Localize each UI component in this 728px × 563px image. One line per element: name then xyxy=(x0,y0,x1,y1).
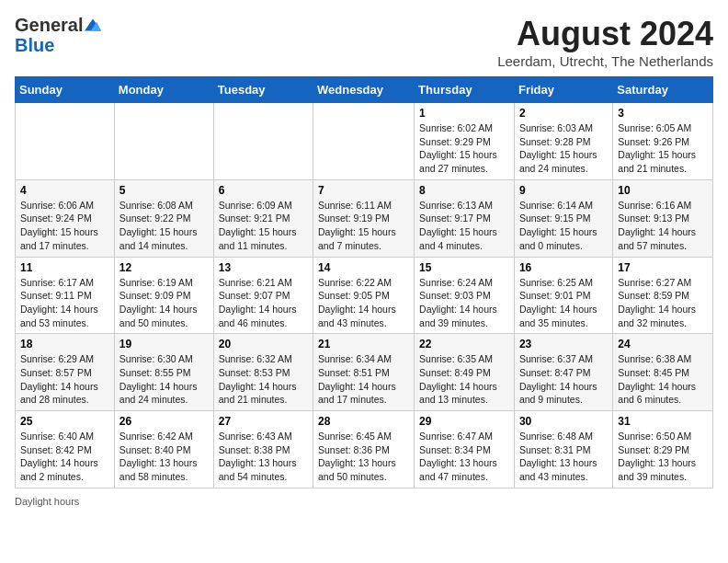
day-info: Sunrise: 6:19 AM Sunset: 9:09 PM Dayligh… xyxy=(119,276,209,330)
day-info: Sunrise: 6:05 AM Sunset: 9:26 PM Dayligh… xyxy=(618,121,708,176)
calendar-cell: 9Sunrise: 6:14 AM Sunset: 9:15 PM Daylig… xyxy=(514,179,612,257)
calendar-cell: 11Sunrise: 6:17 AM Sunset: 9:11 PM Dayli… xyxy=(16,257,115,334)
calendar-week-row: 4Sunrise: 6:06 AM Sunset: 9:24 PM Daylig… xyxy=(16,179,713,257)
day-info: Sunrise: 6:42 AM Sunset: 8:40 PM Dayligh… xyxy=(119,430,209,484)
calendar-cell: 20Sunrise: 6:32 AM Sunset: 8:53 PM Dayli… xyxy=(213,334,313,411)
day-info: Sunrise: 6:27 AM Sunset: 8:59 PM Dayligh… xyxy=(618,276,708,330)
day-number: 17 xyxy=(618,261,708,274)
day-info: Sunrise: 6:21 AM Sunset: 9:07 PM Dayligh… xyxy=(219,276,308,330)
day-info: Sunrise: 6:40 AM Sunset: 8:42 PM Dayligh… xyxy=(20,430,109,484)
day-number: 11 xyxy=(20,261,109,274)
calendar-cell: 2Sunrise: 6:03 AM Sunset: 9:28 PM Daylig… xyxy=(514,103,612,180)
day-number: 10 xyxy=(618,184,708,197)
day-info: Sunrise: 6:03 AM Sunset: 9:28 PM Dayligh… xyxy=(519,121,608,176)
logo-blue-text: Blue xyxy=(15,35,54,55)
calendar-cell: 12Sunrise: 6:19 AM Sunset: 9:09 PM Dayli… xyxy=(114,257,213,334)
day-number: 30 xyxy=(519,415,608,428)
calendar-cell: 7Sunrise: 6:11 AM Sunset: 9:19 PM Daylig… xyxy=(313,179,415,257)
calendar-cell xyxy=(114,103,213,180)
day-info: Sunrise: 6:48 AM Sunset: 8:31 PM Dayligh… xyxy=(519,430,608,484)
day-number: 27 xyxy=(219,415,308,428)
day-number: 19 xyxy=(119,338,209,350)
day-info: Sunrise: 6:35 AM Sunset: 8:49 PM Dayligh… xyxy=(419,352,509,407)
day-info: Sunrise: 6:09 AM Sunset: 9:21 PM Dayligh… xyxy=(219,199,308,253)
day-info: Sunrise: 6:38 AM Sunset: 8:45 PM Dayligh… xyxy=(618,352,708,407)
day-number: 5 xyxy=(119,184,209,197)
calendar-cell: 17Sunrise: 6:27 AM Sunset: 8:59 PM Dayli… xyxy=(613,257,713,334)
calendar-cell: 23Sunrise: 6:37 AM Sunset: 8:47 PM Dayli… xyxy=(514,334,612,411)
day-info: Sunrise: 6:32 AM Sunset: 8:53 PM Dayligh… xyxy=(219,352,308,407)
day-info: Sunrise: 6:37 AM Sunset: 8:47 PM Dayligh… xyxy=(519,352,608,407)
day-number: 21 xyxy=(318,338,409,350)
day-info: Sunrise: 6:29 AM Sunset: 8:57 PM Dayligh… xyxy=(20,352,109,407)
day-info: Sunrise: 6:02 AM Sunset: 9:29 PM Dayligh… xyxy=(419,121,509,176)
day-number: 6 xyxy=(219,184,308,197)
calendar-cell xyxy=(213,103,313,180)
calendar-week-row: 25Sunrise: 6:40 AM Sunset: 8:42 PM Dayli… xyxy=(16,411,713,488)
calendar-cell: 8Sunrise: 6:13 AM Sunset: 9:17 PM Daylig… xyxy=(415,179,515,257)
day-number: 12 xyxy=(119,261,209,274)
calendar-cell: 29Sunrise: 6:47 AM Sunset: 8:34 PM Dayli… xyxy=(415,411,515,488)
calendar-cell: 10Sunrise: 6:16 AM Sunset: 9:13 PM Dayli… xyxy=(613,179,713,257)
day-number: 7 xyxy=(318,184,409,197)
calendar-day-header: Sunday xyxy=(16,77,115,103)
day-info: Sunrise: 6:25 AM Sunset: 9:01 PM Dayligh… xyxy=(519,276,608,330)
day-number: 14 xyxy=(318,261,409,274)
title-area: August 2024 Leerdam, Utrecht, The Nether… xyxy=(497,15,713,69)
day-number: 8 xyxy=(419,184,509,197)
calendar-day-header: Tuesday xyxy=(213,77,313,103)
day-info: Sunrise: 6:43 AM Sunset: 8:38 PM Dayligh… xyxy=(219,430,308,484)
day-info: Sunrise: 6:24 AM Sunset: 9:03 PM Dayligh… xyxy=(419,276,509,330)
day-info: Sunrise: 6:34 AM Sunset: 8:51 PM Dayligh… xyxy=(318,352,409,407)
calendar-cell: 24Sunrise: 6:38 AM Sunset: 8:45 PM Dayli… xyxy=(613,334,713,411)
calendar-cell: 31Sunrise: 6:50 AM Sunset: 8:29 PM Dayli… xyxy=(613,411,713,488)
calendar-cell: 15Sunrise: 6:24 AM Sunset: 9:03 PM Dayli… xyxy=(415,257,515,334)
calendar-cell: 22Sunrise: 6:35 AM Sunset: 8:49 PM Dayli… xyxy=(415,334,515,411)
day-number: 25 xyxy=(20,415,109,428)
day-number: 20 xyxy=(219,338,308,350)
day-number: 22 xyxy=(419,338,509,350)
day-info: Sunrise: 6:11 AM Sunset: 9:19 PM Dayligh… xyxy=(318,199,409,253)
day-info: Sunrise: 6:30 AM Sunset: 8:55 PM Dayligh… xyxy=(119,352,209,407)
day-info: Sunrise: 6:22 AM Sunset: 9:05 PM Dayligh… xyxy=(318,276,409,330)
calendar-cell: 5Sunrise: 6:08 AM Sunset: 9:22 PM Daylig… xyxy=(114,179,213,257)
day-number: 23 xyxy=(519,338,608,350)
calendar-cell: 3Sunrise: 6:05 AM Sunset: 9:26 PM Daylig… xyxy=(613,103,713,180)
day-info: Sunrise: 6:13 AM Sunset: 9:17 PM Dayligh… xyxy=(419,199,509,253)
calendar-header-row: SundayMondayTuesdayWednesdayThursdayFrid… xyxy=(16,77,713,103)
subtitle: Leerdam, Utrecht, The Netherlands xyxy=(497,53,713,69)
calendar-week-row: 1Sunrise: 6:02 AM Sunset: 9:29 PM Daylig… xyxy=(16,103,713,180)
calendar-cell: 27Sunrise: 6:43 AM Sunset: 8:38 PM Dayli… xyxy=(213,411,313,488)
page-header: General Blue August 2024 Leerdam, Utrech… xyxy=(15,15,713,69)
calendar-day-header: Saturday xyxy=(613,77,713,103)
calendar-cell xyxy=(16,103,115,180)
day-number: 28 xyxy=(318,415,409,428)
calendar-cell: 6Sunrise: 6:09 AM Sunset: 9:21 PM Daylig… xyxy=(213,179,313,257)
calendar-day-header: Friday xyxy=(514,77,612,103)
calendar-day-header: Wednesday xyxy=(313,77,415,103)
day-number: 3 xyxy=(618,107,708,120)
day-info: Sunrise: 6:17 AM Sunset: 9:11 PM Dayligh… xyxy=(20,276,109,330)
day-number: 13 xyxy=(219,261,308,274)
calendar-cell: 1Sunrise: 6:02 AM Sunset: 9:29 PM Daylig… xyxy=(415,103,515,180)
calendar-day-header: Thursday xyxy=(415,77,515,103)
calendar-cell: 13Sunrise: 6:21 AM Sunset: 9:07 PM Dayli… xyxy=(213,257,313,334)
calendar-cell: 14Sunrise: 6:22 AM Sunset: 9:05 PM Dayli… xyxy=(313,257,415,334)
calendar-cell: 21Sunrise: 6:34 AM Sunset: 8:51 PM Dayli… xyxy=(313,334,415,411)
footer-note: Daylight hours xyxy=(15,496,713,507)
calendar-cell: 19Sunrise: 6:30 AM Sunset: 8:55 PM Dayli… xyxy=(114,334,213,411)
calendar-cell: 26Sunrise: 6:42 AM Sunset: 8:40 PM Dayli… xyxy=(114,411,213,488)
calendar-cell: 25Sunrise: 6:40 AM Sunset: 8:42 PM Dayli… xyxy=(16,411,115,488)
calendar-cell: 4Sunrise: 6:06 AM Sunset: 9:24 PM Daylig… xyxy=(16,179,115,257)
main-title: August 2024 xyxy=(497,15,713,53)
day-number: 15 xyxy=(419,261,509,274)
day-number: 31 xyxy=(618,415,708,428)
calendar-cell: 16Sunrise: 6:25 AM Sunset: 9:01 PM Dayli… xyxy=(514,257,612,334)
calendar-cell: 30Sunrise: 6:48 AM Sunset: 8:31 PM Dayli… xyxy=(514,411,612,488)
day-number: 9 xyxy=(519,184,608,197)
calendar-cell: 18Sunrise: 6:29 AM Sunset: 8:57 PM Dayli… xyxy=(16,334,115,411)
calendar-cell xyxy=(313,103,415,180)
day-number: 18 xyxy=(20,338,109,350)
calendar-week-row: 11Sunrise: 6:17 AM Sunset: 9:11 PM Dayli… xyxy=(16,257,713,334)
day-info: Sunrise: 6:08 AM Sunset: 9:22 PM Dayligh… xyxy=(119,199,209,253)
